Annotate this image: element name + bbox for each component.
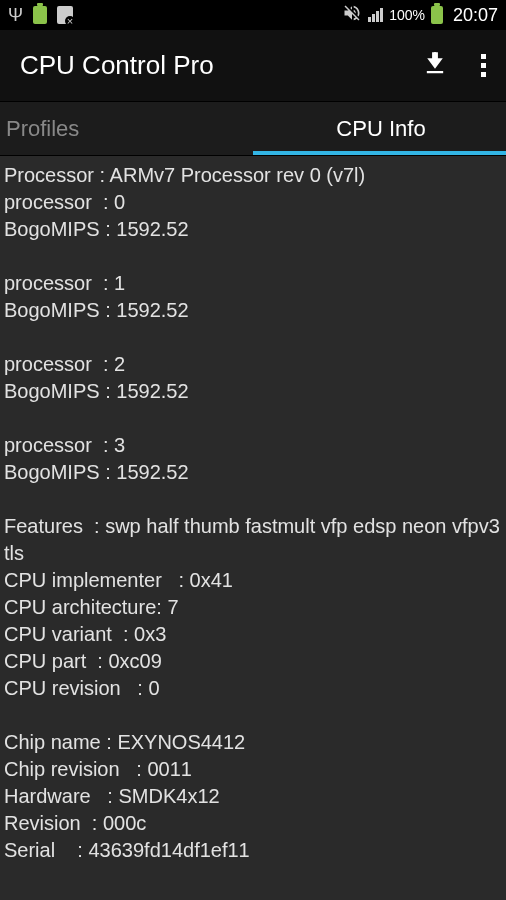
battery-percent: 100%	[389, 7, 425, 23]
usb-icon: Ψ	[8, 5, 23, 26]
document-icon	[57, 6, 73, 24]
mute-icon	[342, 3, 362, 28]
battery-icon-small	[33, 6, 47, 24]
tab-bar: Profiles CPU Info	[0, 102, 506, 156]
cpu-info-content[interactable]: Processor : ARMv7 Processor rev 0 (v7l) …	[0, 156, 506, 870]
battery-icon	[431, 6, 443, 24]
download-icon[interactable]	[421, 50, 449, 82]
tab-indicator	[253, 151, 506, 155]
tab-cpu-info[interactable]: CPU Info	[256, 102, 506, 155]
app-title: CPU Control Pro	[20, 50, 214, 81]
status-clock: 20:07	[453, 5, 498, 26]
tab-cpu-info-label: CPU Info	[336, 116, 425, 142]
status-bar: Ψ 100% 20:07	[0, 0, 506, 30]
tab-profiles[interactable]: Profiles	[0, 102, 256, 155]
overflow-menu-icon[interactable]	[477, 50, 490, 81]
tab-profiles-label: Profiles	[6, 116, 79, 142]
app-bar: CPU Control Pro	[0, 30, 506, 102]
signal-icon	[368, 8, 383, 22]
